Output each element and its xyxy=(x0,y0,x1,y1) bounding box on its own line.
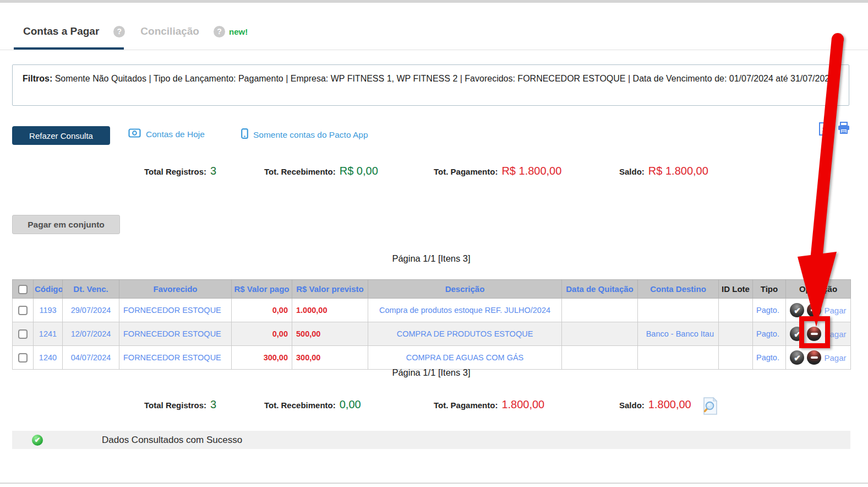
operacao-cell: ✔ Pagar xyxy=(786,322,851,346)
accounts-table: CódigoDt. Venc.FavorecidoR$ Valor pagoR$… xyxy=(12,279,851,370)
status-message: Dados Consultados com Sucesso xyxy=(102,435,242,446)
tipo-cell: Pagto. xyxy=(753,299,786,322)
pagar-link[interactable]: Pagar xyxy=(824,353,846,362)
quitar-check-icon[interactable]: ✔ xyxy=(790,303,804,317)
row-select-cell xyxy=(13,346,34,370)
dt-venc-cell[interactable]: 29/07/2024 xyxy=(63,299,119,322)
table-row: 1240 04/07/2024 FORNECEDOR ESTOQUE 300,0… xyxy=(13,346,851,370)
descricao-cell[interactable]: COMPRA DE PRODUTOS ESTOQUE xyxy=(368,322,562,346)
column-header-favorecido[interactable]: Favorecido xyxy=(119,280,232,299)
saldo-value: R$ 1.800,00 xyxy=(648,165,708,177)
data-quitacao-cell xyxy=(562,346,638,370)
excel-export-icon[interactable]: x xyxy=(818,122,829,138)
column-header-valor_pago[interactable]: R$ Valor pago xyxy=(232,280,292,299)
row-select-cell xyxy=(13,322,34,346)
favorecido-cell[interactable]: FORNECEDOR ESTOQUE xyxy=(119,299,232,322)
codigo-cell[interactable]: 1240 xyxy=(34,346,63,370)
table-body: 1193 29/07/2024 FORNECEDOR ESTOQUE 0,00 … xyxy=(13,299,851,370)
check-glyph: ✔ xyxy=(794,330,801,338)
id-lote-cell xyxy=(719,299,753,322)
row-checkbox[interactable] xyxy=(18,329,28,339)
pagination-label: Página 1/1 [Itens 3] xyxy=(12,253,850,264)
check-glyph: ✔ xyxy=(794,354,801,362)
data-quitacao-cell xyxy=(562,322,638,346)
tipo-cell: Pagto. xyxy=(753,322,786,346)
pagar-link[interactable]: Pagar xyxy=(824,329,846,339)
contas-de-hoje-link[interactable]: Contas de Hoje xyxy=(128,128,205,140)
id-lote-cell xyxy=(719,346,753,370)
status-bar: ✔ Dados Consultados com Sucesso xyxy=(12,431,850,449)
divider xyxy=(0,50,868,50)
table-row: 1241 12/07/2024 FORNECEDOR ESTOQUE 0,00 … xyxy=(13,322,851,346)
valor-pago-cell: 300,00 xyxy=(232,346,292,370)
contas-a-pagar-page: Contas a Pagar ? Conciliação ? new! Filt… xyxy=(0,0,868,487)
data-quitacao-cell xyxy=(562,299,638,322)
column-header-dt_venc[interactable]: Dt. Venc. xyxy=(63,280,119,299)
column-header-tipo[interactable]: Tipo xyxy=(753,280,786,299)
remove-minus-icon[interactable] xyxy=(807,303,821,317)
tot-recebimento-label: Tot. Recebimento: xyxy=(264,401,336,410)
column-header-codigo[interactable]: Código xyxy=(34,280,63,299)
operacao-cell: ✔ Pagar xyxy=(786,346,851,370)
favorecido-cell[interactable]: FORNECEDOR ESTOQUE xyxy=(119,346,232,370)
tot-recebimento-value: R$ 0,00 xyxy=(340,165,378,177)
column-header-descricao[interactable]: Descrição xyxy=(368,280,562,299)
contas-de-hoje-label: Contas de Hoje xyxy=(146,129,205,139)
print-icon[interactable] xyxy=(837,122,850,137)
id-lote-cell xyxy=(719,322,753,346)
remove-minus-icon[interactable] xyxy=(807,327,821,341)
tab-bar: Contas a Pagar ? Conciliação ? new! xyxy=(23,25,248,37)
column-header-operacao[interactable]: Operação xyxy=(786,280,851,299)
remove-minus-icon[interactable] xyxy=(807,350,821,365)
dt-venc-cell[interactable]: 12/07/2024 xyxy=(63,322,119,346)
success-check-icon: ✔ xyxy=(32,435,43,446)
filters-text: Somente Não Quitados | Tipo de Lançament… xyxy=(55,74,834,83)
tab-conciliacao[interactable]: Conciliação xyxy=(140,25,199,37)
table-header-row: CódigoDt. Venc.FavorecidoR$ Valor pagoR$… xyxy=(13,280,851,299)
select-all-checkbox[interactable] xyxy=(18,285,28,294)
conta-destino-cell xyxy=(638,299,719,322)
tot-pagamento-value: 1.800,00 xyxy=(501,398,544,411)
tot-recebimento-label: Tot. Recebimento: xyxy=(264,167,336,176)
valor-pago-cell: 0,00 xyxy=(232,299,292,322)
codigo-cell[interactable]: 1241 xyxy=(34,322,63,346)
codigo-cell[interactable]: 1193 xyxy=(34,299,63,322)
quitar-check-icon[interactable]: ✔ xyxy=(790,350,804,365)
total-registros-label: Total Registros: xyxy=(144,401,206,410)
total-registros-value: 3 xyxy=(210,165,216,177)
column-header-conta_destino[interactable]: Conta Destino xyxy=(638,280,719,299)
saldo-label: Saldo: xyxy=(619,401,645,410)
select-all-header xyxy=(13,280,34,299)
tot-pagamento-value: R$ 1.800,00 xyxy=(501,165,561,177)
help-icon[interactable]: ? xyxy=(113,26,125,37)
filters-summary-box: Filtros: Somente Não Quitados | Tipo de … xyxy=(12,64,849,106)
tot-pagamento-label: Tot. Pagamento: xyxy=(434,401,498,410)
refazer-consulta-button[interactable]: Refazer Consulta xyxy=(12,126,110,145)
help-icon[interactable]: ? xyxy=(214,26,225,37)
filters-label: Filtros: xyxy=(23,74,52,83)
pagar-em-conjunto-button[interactable]: Pagar em conjunto xyxy=(12,215,120,234)
column-header-valor_previsto[interactable]: R$ Valor previsto xyxy=(292,280,368,299)
quitar-check-icon[interactable]: ✔ xyxy=(790,327,804,341)
pagar-link[interactable]: Pagar xyxy=(824,306,846,315)
total-registros-label: Total Registros: xyxy=(144,167,206,176)
minus-bar xyxy=(811,333,818,335)
valor-pago-cell: 0,00 xyxy=(232,322,292,346)
pacto-app-link[interactable]: Somente contas do Pacto App xyxy=(241,128,368,141)
saldo-label: Saldo: xyxy=(619,167,645,176)
descricao-cell[interactable]: Compra de produtos estoque REF. JULHO/20… xyxy=(368,299,562,322)
descricao-cell[interactable]: COMPRA DE AGUAS COM GÁS xyxy=(368,346,562,370)
preview-document-icon[interactable] xyxy=(702,397,718,418)
column-header-id_lote[interactable]: ID Lote xyxy=(719,280,753,299)
total-registros-value: 3 xyxy=(210,398,216,411)
pacto-app-label: Somente contas do Pacto App xyxy=(253,130,368,140)
tab-contas-a-pagar[interactable]: Contas a Pagar xyxy=(23,25,99,37)
dt-venc-cell[interactable]: 04/07/2024 xyxy=(63,346,119,370)
favorecido-cell[interactable]: FORNECEDOR ESTOQUE xyxy=(119,322,232,346)
column-header-data_quitacao[interactable]: Data de Quitação xyxy=(562,280,638,299)
check-glyph: ✔ xyxy=(794,306,801,315)
top-strip xyxy=(0,0,868,3)
row-checkbox[interactable] xyxy=(18,306,28,315)
row-checkbox[interactable] xyxy=(18,353,28,362)
row-select-cell xyxy=(13,299,34,322)
